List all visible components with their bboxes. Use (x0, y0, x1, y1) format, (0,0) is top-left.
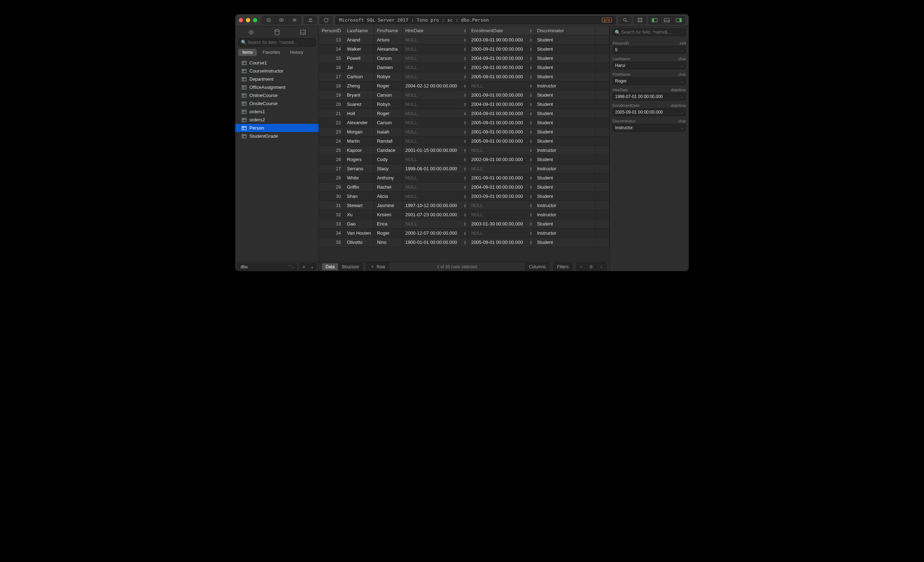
cell[interactable]: Erica (374, 220, 402, 229)
cell[interactable]: Student (534, 220, 596, 229)
cell[interactable]: Isaiah (374, 127, 402, 137)
disconnect-button[interactable] (262, 16, 275, 24)
cell[interactable]: Student (534, 72, 596, 81)
stepper-icon[interactable]: ▲▼ (530, 93, 532, 97)
cell[interactable]: Instructor (534, 164, 596, 173)
field-value-enrollmentdate[interactable]: 2005-09-01 00:00:00.000⌄ (613, 108, 686, 116)
stepper-icon[interactable]: ▲▼ (530, 203, 532, 208)
cell[interactable]: NULL▲▼ (402, 35, 468, 45)
cell[interactable]: 2001-09-01 00:00:00.000▲▼ (468, 127, 534, 137)
cell[interactable]: Randall (374, 137, 402, 146)
stepper-icon[interactable]: ▲▼ (530, 56, 532, 61)
cell[interactable]: NULL▲▼ (402, 173, 468, 182)
cell[interactable]: 2004-09-01 00:00:00.000▲▼ (468, 54, 534, 63)
table-row[interactable]: 21HoltRogerNULL▲▼2004-09-01 00:00:00.000… (319, 109, 609, 118)
cell[interactable]: Serrano (344, 164, 374, 173)
cell[interactable]: Alexander (344, 118, 374, 127)
cell[interactable]: Powell (344, 54, 374, 63)
cell[interactable]: Student (534, 45, 596, 54)
cell[interactable]: 25 (319, 146, 344, 155)
breadcrumb-path[interactable]: Microsoft SQL Server 2017 : Tono pro : s… (335, 16, 616, 24)
sidebar-tab-queries[interactable] (242, 28, 260, 36)
cell[interactable]: Cody (374, 155, 402, 164)
cell[interactable]: Student (534, 173, 596, 182)
cell[interactable]: Shan (344, 192, 374, 201)
table-item-orders2[interactable]: orders2 (235, 116, 318, 124)
cell[interactable]: NULL▲▼ (468, 146, 534, 155)
stepper-icon[interactable]: ▲▼ (464, 121, 466, 125)
table-item-person[interactable]: Person (235, 124, 318, 132)
stepper-icon[interactable]: ▲▼ (464, 231, 466, 235)
cell[interactable]: NULL▲▼ (402, 109, 468, 118)
left-panel-toggle[interactable] (649, 16, 661, 24)
stepper-icon[interactable]: ▲▼ (530, 38, 532, 42)
add-table-button[interactable]: ＋ (299, 263, 308, 271)
cell[interactable]: Robyn (374, 72, 402, 81)
table-item-studentgrade[interactable]: StudentGrade (235, 132, 318, 140)
cell[interactable]: Student (534, 91, 596, 100)
zoom-window-button[interactable] (253, 18, 257, 22)
cell[interactable]: Student (534, 35, 596, 45)
cell[interactable]: Student (534, 137, 596, 146)
cell[interactable]: NULL▲▼ (402, 118, 468, 127)
cell[interactable]: 1997-10-12 00:00:00.000▲▼ (402, 201, 468, 210)
bottom-panel-toggle[interactable] (661, 16, 673, 24)
table-row[interactable]: 24MartinRandallNULL▲▼2005-09-01 00:00:00… (319, 137, 609, 146)
cell[interactable]: Instructor (534, 81, 596, 91)
cell[interactable]: 2004-09-01 00:00:00.000▲▼ (468, 182, 534, 192)
stepper-icon[interactable]: ▲▼ (464, 130, 466, 134)
cell[interactable]: 2003-09-01 00:00:00.000▲▼ (468, 35, 534, 45)
table-row[interactable]: 19BryantCarsonNULL▲▼2001-09-01 00:00:00.… (319, 91, 609, 100)
cell[interactable]: 32 (319, 210, 344, 220)
cell[interactable]: Bryant (344, 91, 374, 100)
cell[interactable]: Martin (344, 137, 374, 146)
cell[interactable]: 27 (319, 164, 344, 173)
stepper-icon[interactable]: ▲▼ (530, 148, 532, 152)
stepper-icon[interactable]: ▲▼ (530, 222, 532, 226)
cell[interactable]: 33 (319, 220, 344, 229)
right-panel-toggle[interactable] (673, 16, 685, 24)
view-tab-data[interactable]: Data (322, 263, 338, 271)
table-row[interactable]: 35OlivottoNino1900-01-01 00:00:00.000▲▼2… (319, 238, 609, 247)
field-value-lastname[interactable]: Harui⌄ (613, 61, 686, 69)
prev-page-button[interactable]: ‹ (576, 263, 586, 271)
cell[interactable]: Damien (374, 63, 402, 72)
cell[interactable]: Morgan (344, 127, 374, 137)
table-item-course1[interactable]: Course1 (235, 59, 318, 67)
column-header-lastname[interactable]: LastName (344, 26, 374, 35)
stepper-icon[interactable]: ▲▼ (530, 176, 532, 180)
cell[interactable]: 2005-09-01 00:00:00.000▲▼ (468, 137, 534, 146)
cell[interactable]: 28 (319, 173, 344, 182)
cell[interactable]: Anand (344, 35, 374, 45)
cell[interactable]: Kristen (374, 210, 402, 220)
cell[interactable]: Carlson (344, 72, 374, 81)
cell[interactable]: Gao (344, 220, 374, 229)
cell[interactable]: Student (534, 54, 596, 63)
table-row[interactable]: 26RogersCodyNULL▲▼2002-09-01 00:00:00.00… (319, 155, 609, 164)
page-settings-button[interactable]: ⚙ (586, 263, 596, 271)
filters-button[interactable]: Filters (553, 263, 573, 271)
stepper-icon[interactable]: ▲▼ (530, 139, 532, 143)
table-row[interactable]: 16JaiDamienNULL▲▼2001-09-01 00:00:00.000… (319, 63, 609, 72)
cell[interactable]: NULL▲▼ (468, 81, 534, 91)
cell[interactable]: 24 (319, 137, 344, 146)
cell[interactable]: 14 (319, 45, 344, 54)
table-item-onlinecourse[interactable]: OnlineCourse (235, 91, 318, 99)
cell[interactable]: 1999-06-01 00:00:00.000▲▼ (402, 164, 468, 173)
stepper-icon[interactable]: ▲▼ (530, 84, 532, 88)
cell[interactable]: Stacy (374, 164, 402, 173)
cell[interactable]: Van Houten (344, 229, 374, 238)
table-row[interactable]: 15PowellCarsonNULL▲▼2004-09-01 00:00:00.… (319, 54, 609, 63)
table-row[interactable]: 22AlexanderCarsonNULL▲▼2005-09-01 00:00:… (319, 118, 609, 127)
preview-button[interactable] (275, 16, 288, 24)
cell[interactable]: Student (534, 109, 596, 118)
stepper-icon[interactable]: ▲▼ (530, 157, 532, 162)
stepper-icon[interactable]: ▲▼ (464, 148, 466, 152)
stepper-icon[interactable]: ▲▼ (530, 167, 532, 171)
stepper-icon[interactable]: ▲▼ (464, 139, 466, 143)
stepper-icon[interactable]: ▲▼ (464, 47, 466, 51)
stepper-icon[interactable]: ▲▼ (464, 194, 466, 199)
sidebar-tab-database[interactable] (268, 28, 286, 36)
cell[interactable]: NULL▲▼ (402, 54, 468, 63)
stepper-icon[interactable]: ▲▼ (530, 121, 532, 125)
